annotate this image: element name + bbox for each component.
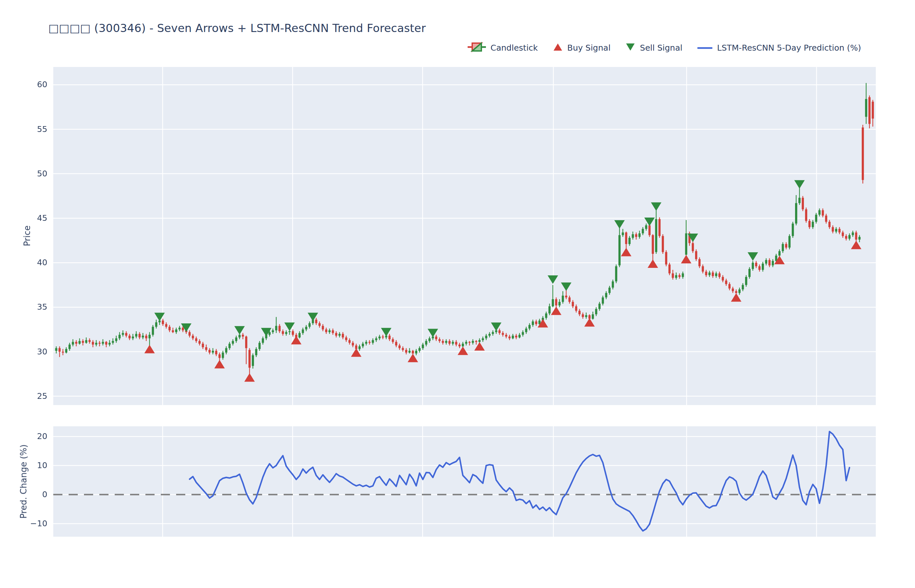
price-axis-label: Price [22,225,32,246]
price-tick-label: 45 [21,213,47,223]
pred-change-tick-label: 10 [21,460,47,470]
price-tick-label: 50 [21,169,47,179]
pred-change-axis-label: Pred. Change (%) [19,444,28,519]
price-tick-label: 55 [21,124,47,134]
forecaster-figure: □□□□ (300346) - Seven Arrows + LSTM-ResC… [0,0,915,588]
price-tick-label: 35 [21,302,47,312]
price-tick-label: 40 [21,258,47,268]
pred-change-tick-label: 20 [21,431,47,441]
price-tick-label: 60 [21,80,47,89]
price-tick-label: 25 [21,391,47,401]
pred-change-tick-label: 0 [21,489,47,499]
price-tick-label: 30 [21,347,47,357]
price-and-prediction-chart-canvas [0,0,915,588]
pred-change-tick-label: −10 [21,519,47,528]
